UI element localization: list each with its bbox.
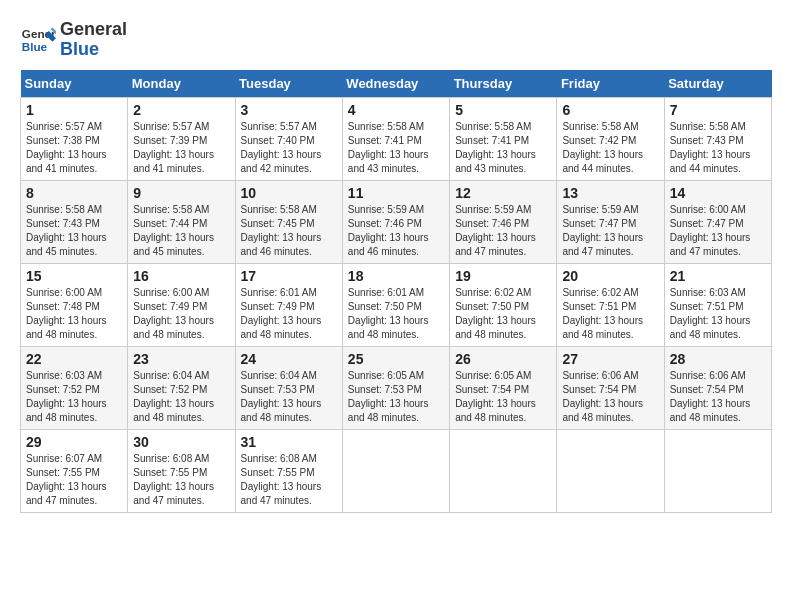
day-number: 2 xyxy=(133,102,229,118)
day-info: Sunrise: 5:58 AM Sunset: 7:41 PM Dayligh… xyxy=(348,120,444,176)
calendar-cell: 13Sunrise: 5:59 AM Sunset: 7:47 PM Dayli… xyxy=(557,180,664,263)
calendar-cell: 11Sunrise: 5:59 AM Sunset: 7:46 PM Dayli… xyxy=(342,180,449,263)
day-info: Sunrise: 6:08 AM Sunset: 7:55 PM Dayligh… xyxy=(241,452,337,508)
calendar-cell: 12Sunrise: 5:59 AM Sunset: 7:46 PM Dayli… xyxy=(450,180,557,263)
day-info: Sunrise: 6:04 AM Sunset: 7:53 PM Dayligh… xyxy=(241,369,337,425)
calendar-cell: 1Sunrise: 5:57 AM Sunset: 7:38 PM Daylig… xyxy=(21,97,128,180)
day-info: Sunrise: 6:04 AM Sunset: 7:52 PM Dayligh… xyxy=(133,369,229,425)
day-info: Sunrise: 5:59 AM Sunset: 7:46 PM Dayligh… xyxy=(455,203,551,259)
calendar-cell: 6Sunrise: 5:58 AM Sunset: 7:42 PM Daylig… xyxy=(557,97,664,180)
calendar-cell: 20Sunrise: 6:02 AM Sunset: 7:51 PM Dayli… xyxy=(557,263,664,346)
day-info: Sunrise: 6:01 AM Sunset: 7:49 PM Dayligh… xyxy=(241,286,337,342)
calendar-cell: 18Sunrise: 6:01 AM Sunset: 7:50 PM Dayli… xyxy=(342,263,449,346)
day-number: 24 xyxy=(241,351,337,367)
page-header: General Blue General Blue xyxy=(20,20,772,60)
calendar-cell: 5Sunrise: 5:58 AM Sunset: 7:41 PM Daylig… xyxy=(450,97,557,180)
calendar-cell: 29Sunrise: 6:07 AM Sunset: 7:55 PM Dayli… xyxy=(21,429,128,512)
logo: General Blue General Blue xyxy=(20,20,127,60)
day-info: Sunrise: 5:57 AM Sunset: 7:39 PM Dayligh… xyxy=(133,120,229,176)
day-number: 9 xyxy=(133,185,229,201)
day-info: Sunrise: 6:08 AM Sunset: 7:55 PM Dayligh… xyxy=(133,452,229,508)
day-number: 30 xyxy=(133,434,229,450)
calendar-week-2: 8Sunrise: 5:58 AM Sunset: 7:43 PM Daylig… xyxy=(21,180,772,263)
day-number: 11 xyxy=(348,185,444,201)
day-number: 7 xyxy=(670,102,766,118)
calendar-cell: 17Sunrise: 6:01 AM Sunset: 7:49 PM Dayli… xyxy=(235,263,342,346)
day-info: Sunrise: 5:59 AM Sunset: 7:47 PM Dayligh… xyxy=(562,203,658,259)
calendar-cell: 25Sunrise: 6:05 AM Sunset: 7:53 PM Dayli… xyxy=(342,346,449,429)
day-info: Sunrise: 5:57 AM Sunset: 7:38 PM Dayligh… xyxy=(26,120,122,176)
calendar-cell: 19Sunrise: 6:02 AM Sunset: 7:50 PM Dayli… xyxy=(450,263,557,346)
column-header-tuesday: Tuesday xyxy=(235,70,342,98)
calendar-cell: 4Sunrise: 5:58 AM Sunset: 7:41 PM Daylig… xyxy=(342,97,449,180)
day-info: Sunrise: 5:58 AM Sunset: 7:41 PM Dayligh… xyxy=(455,120,551,176)
day-number: 16 xyxy=(133,268,229,284)
calendar-cell: 14Sunrise: 6:00 AM Sunset: 7:47 PM Dayli… xyxy=(664,180,771,263)
day-number: 21 xyxy=(670,268,766,284)
day-info: Sunrise: 6:02 AM Sunset: 7:51 PM Dayligh… xyxy=(562,286,658,342)
day-number: 28 xyxy=(670,351,766,367)
calendar-cell: 10Sunrise: 5:58 AM Sunset: 7:45 PM Dayli… xyxy=(235,180,342,263)
column-header-thursday: Thursday xyxy=(450,70,557,98)
calendar-week-4: 22Sunrise: 6:03 AM Sunset: 7:52 PM Dayli… xyxy=(21,346,772,429)
column-header-saturday: Saturday xyxy=(664,70,771,98)
logo-icon: General Blue xyxy=(20,22,56,58)
column-header-sunday: Sunday xyxy=(21,70,128,98)
day-number: 15 xyxy=(26,268,122,284)
day-info: Sunrise: 5:58 AM Sunset: 7:43 PM Dayligh… xyxy=(670,120,766,176)
column-header-friday: Friday xyxy=(557,70,664,98)
svg-text:Blue: Blue xyxy=(22,40,48,53)
calendar-cell: 28Sunrise: 6:06 AM Sunset: 7:54 PM Dayli… xyxy=(664,346,771,429)
day-info: Sunrise: 6:00 AM Sunset: 7:48 PM Dayligh… xyxy=(26,286,122,342)
day-info: Sunrise: 6:03 AM Sunset: 7:51 PM Dayligh… xyxy=(670,286,766,342)
column-header-monday: Monday xyxy=(128,70,235,98)
day-number: 23 xyxy=(133,351,229,367)
calendar-week-3: 15Sunrise: 6:00 AM Sunset: 7:48 PM Dayli… xyxy=(21,263,772,346)
calendar-cell: 27Sunrise: 6:06 AM Sunset: 7:54 PM Dayli… xyxy=(557,346,664,429)
day-info: Sunrise: 6:00 AM Sunset: 7:49 PM Dayligh… xyxy=(133,286,229,342)
day-number: 20 xyxy=(562,268,658,284)
day-info: Sunrise: 6:01 AM Sunset: 7:50 PM Dayligh… xyxy=(348,286,444,342)
day-info: Sunrise: 6:06 AM Sunset: 7:54 PM Dayligh… xyxy=(562,369,658,425)
day-number: 25 xyxy=(348,351,444,367)
day-info: Sunrise: 6:00 AM Sunset: 7:47 PM Dayligh… xyxy=(670,203,766,259)
day-number: 14 xyxy=(670,185,766,201)
day-number: 3 xyxy=(241,102,337,118)
day-info: Sunrise: 5:58 AM Sunset: 7:42 PM Dayligh… xyxy=(562,120,658,176)
logo-text: General Blue xyxy=(60,20,127,60)
day-info: Sunrise: 6:02 AM Sunset: 7:50 PM Dayligh… xyxy=(455,286,551,342)
day-info: Sunrise: 5:58 AM Sunset: 7:44 PM Dayligh… xyxy=(133,203,229,259)
day-number: 4 xyxy=(348,102,444,118)
calendar-cell: 23Sunrise: 6:04 AM Sunset: 7:52 PM Dayli… xyxy=(128,346,235,429)
day-number: 29 xyxy=(26,434,122,450)
day-info: Sunrise: 6:06 AM Sunset: 7:54 PM Dayligh… xyxy=(670,369,766,425)
calendar-cell: 2Sunrise: 5:57 AM Sunset: 7:39 PM Daylig… xyxy=(128,97,235,180)
calendar-week-1: 1Sunrise: 5:57 AM Sunset: 7:38 PM Daylig… xyxy=(21,97,772,180)
day-number: 12 xyxy=(455,185,551,201)
day-info: Sunrise: 5:58 AM Sunset: 7:45 PM Dayligh… xyxy=(241,203,337,259)
day-number: 10 xyxy=(241,185,337,201)
day-number: 27 xyxy=(562,351,658,367)
calendar-cell: 8Sunrise: 5:58 AM Sunset: 7:43 PM Daylig… xyxy=(21,180,128,263)
calendar-cell: 22Sunrise: 6:03 AM Sunset: 7:52 PM Dayli… xyxy=(21,346,128,429)
calendar-cell: 21Sunrise: 6:03 AM Sunset: 7:51 PM Dayli… xyxy=(664,263,771,346)
calendar-cell xyxy=(342,429,449,512)
calendar-week-5: 29Sunrise: 6:07 AM Sunset: 7:55 PM Dayli… xyxy=(21,429,772,512)
calendar-cell: 3Sunrise: 5:57 AM Sunset: 7:40 PM Daylig… xyxy=(235,97,342,180)
day-number: 6 xyxy=(562,102,658,118)
calendar-cell: 7Sunrise: 5:58 AM Sunset: 7:43 PM Daylig… xyxy=(664,97,771,180)
column-header-wednesday: Wednesday xyxy=(342,70,449,98)
day-number: 1 xyxy=(26,102,122,118)
calendar-cell xyxy=(557,429,664,512)
calendar-cell xyxy=(664,429,771,512)
day-info: Sunrise: 6:05 AM Sunset: 7:53 PM Dayligh… xyxy=(348,369,444,425)
day-number: 8 xyxy=(26,185,122,201)
calendar-cell: 15Sunrise: 6:00 AM Sunset: 7:48 PM Dayli… xyxy=(21,263,128,346)
calendar-cell: 31Sunrise: 6:08 AM Sunset: 7:55 PM Dayli… xyxy=(235,429,342,512)
day-info: Sunrise: 6:07 AM Sunset: 7:55 PM Dayligh… xyxy=(26,452,122,508)
calendar-cell: 30Sunrise: 6:08 AM Sunset: 7:55 PM Dayli… xyxy=(128,429,235,512)
day-info: Sunrise: 5:59 AM Sunset: 7:46 PM Dayligh… xyxy=(348,203,444,259)
day-number: 26 xyxy=(455,351,551,367)
day-number: 5 xyxy=(455,102,551,118)
day-info: Sunrise: 5:58 AM Sunset: 7:43 PM Dayligh… xyxy=(26,203,122,259)
